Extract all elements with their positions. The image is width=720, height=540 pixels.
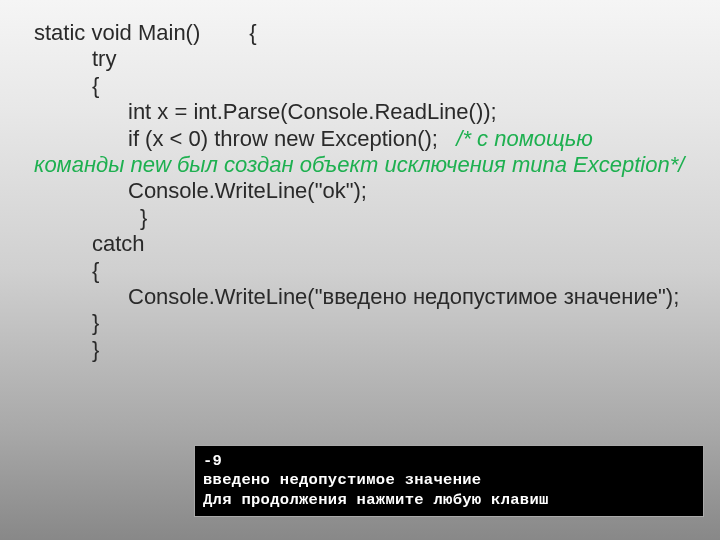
console-line-1: -9 [203, 452, 695, 471]
code-line-brace-open-1: { [34, 73, 686, 99]
code-err-text: Console.WriteLine("введено недопустимое … [128, 284, 679, 309]
console-line-3: Для продолжения нажмите любую клавиш [203, 491, 695, 510]
code-line-writeline-err: Console.WriteLine("введено недопустимое … [34, 284, 686, 310]
console-line-2: введено недопустимое значение [203, 471, 695, 490]
code-line-ok: Console.WriteLine("ok"); [34, 178, 686, 204]
code-line-brace-close-1: } [34, 205, 686, 231]
code-line-try: try [34, 46, 686, 72]
code-line-brace-close-3: } [34, 337, 686, 363]
comment-mid: был создан объект исключения типа [171, 152, 573, 177]
comment-new-kw: new [131, 152, 171, 177]
code-throw-text: if (x < 0) throw new Exception(); [128, 126, 438, 151]
code-line-brace-close-2: } [34, 310, 686, 336]
code-line-catch: catch [34, 231, 686, 257]
code-line-parse: int x = int.Parse(Console.ReadLine()); [34, 99, 686, 125]
code-line-throw: if (x < 0) throw new Exception(); /* с п… [34, 126, 686, 179]
code-line-brace-open-2: { [34, 258, 686, 284]
console-output: -9 введено недопустимое значение Для про… [194, 445, 704, 517]
comment-exception-kw: Exception*/ [573, 152, 684, 177]
slide-content: static void Main() { try { int x = int.P… [0, 0, 720, 363]
code-line-main: static void Main() { [34, 20, 686, 46]
